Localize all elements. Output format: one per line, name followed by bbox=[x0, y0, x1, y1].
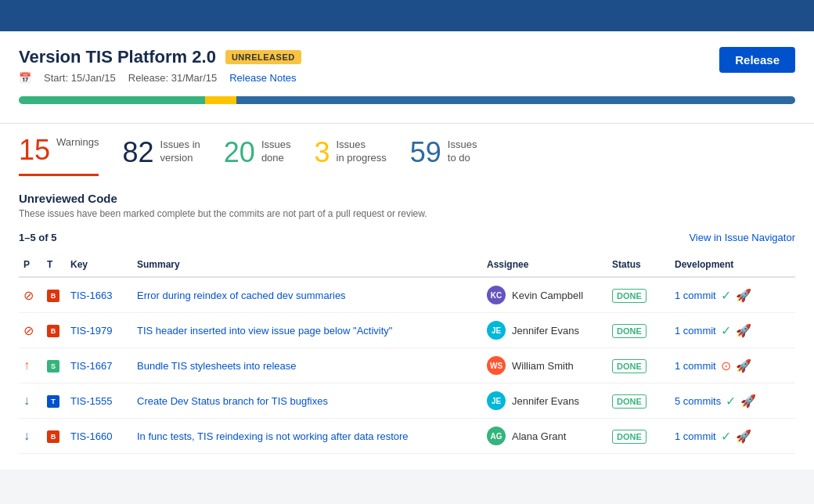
issue-key-link[interactable]: TIS-1979 bbox=[70, 325, 112, 337]
progress-green bbox=[19, 96, 205, 104]
progress-blue bbox=[236, 96, 795, 104]
priority-cell: ↓ bbox=[19, 419, 42, 454]
summary-link[interactable]: Create Dev Status branch for TIS bugfixe… bbox=[137, 395, 328, 407]
dev-cell: 1 commit ✓ 🚀 bbox=[670, 313, 795, 348]
summary-cell: Error during reindex of cached dev summa… bbox=[132, 277, 482, 313]
status-cell: DONE bbox=[607, 419, 670, 454]
top-bar bbox=[0, 0, 814, 31]
status-cell: DONE bbox=[607, 383, 670, 419]
commit-link[interactable]: 5 commits bbox=[675, 395, 721, 407]
type-icon: B bbox=[47, 325, 59, 337]
assignee-cell: WS William Smith bbox=[482, 348, 607, 383]
type-icon: T bbox=[47, 395, 59, 408]
issue-key-link[interactable]: TIS-1667 bbox=[70, 360, 112, 372]
check-circle-icon: ✓ bbox=[721, 323, 731, 338]
assignee-name: William Smith bbox=[512, 360, 574, 372]
deploy-icon: 🚀 bbox=[740, 394, 756, 409]
key-cell: TIS-1660 bbox=[66, 419, 132, 454]
type-cell: B bbox=[42, 313, 66, 348]
progress-bar bbox=[19, 96, 795, 104]
priority-cell: ⊘ bbox=[19, 313, 42, 348]
avatar: WS bbox=[487, 356, 506, 375]
check-circle-icon: ✓ bbox=[721, 288, 731, 303]
status-badge: DONE bbox=[612, 394, 647, 409]
issues-table: P T Key Summary Assignee Status Developm… bbox=[19, 253, 795, 454]
summary-link[interactable]: Error during reindex of cached dev summa… bbox=[137, 290, 346, 301]
assignee-name: Alana Grant bbox=[512, 430, 566, 442]
type-cell: B bbox=[42, 419, 66, 454]
stat-label-issues-progress: Issuesin progress bbox=[337, 139, 387, 165]
priority-icon: ↓ bbox=[23, 429, 30, 442]
summary-link[interactable]: TIS header inserted into view issue page… bbox=[137, 325, 392, 337]
stat-issues-done[interactable]: 20 Issuesdone bbox=[224, 139, 291, 176]
col-header-summary: Summary bbox=[132, 253, 482, 277]
content-area: Unreviewed Code These issues have been m… bbox=[0, 176, 814, 470]
progress-yellow bbox=[205, 96, 236, 104]
summary-link[interactable]: Bundle TIS stylesheets into release bbox=[137, 360, 297, 372]
priority-cell: ↑ bbox=[19, 348, 42, 383]
type-icon: S bbox=[47, 360, 59, 373]
type-icon: B bbox=[47, 430, 59, 443]
status-badge: DONE bbox=[612, 289, 647, 303]
assignee-cell: AG Alana Grant bbox=[482, 419, 607, 454]
dev-cell: 1 commit ✓ 🚀 bbox=[670, 419, 795, 454]
check-circle-icon: ✓ bbox=[726, 394, 736, 409]
issue-key-link[interactable]: TIS-1555 bbox=[70, 395, 112, 407]
stat-warnings[interactable]: 15 Warnings bbox=[19, 136, 99, 176]
commit-link[interactable]: 1 commit bbox=[675, 290, 716, 301]
avatar: AG bbox=[487, 427, 506, 445]
priority-icon: ⊘ bbox=[23, 324, 34, 337]
type-cell: S bbox=[42, 348, 66, 383]
stat-label-warnings: Warnings bbox=[56, 136, 99, 149]
summary-link[interactable]: In func tests, TIS reindexing is not wor… bbox=[137, 430, 409, 442]
view-navigator-link[interactable]: View in Issue Navigator bbox=[689, 232, 795, 243]
type-cell: T bbox=[42, 383, 66, 419]
type-cell: B bbox=[42, 277, 66, 313]
main-container: Version TIS Platform 2.0 UNRELEASED 📅 St… bbox=[0, 31, 814, 124]
release-button[interactable]: Release bbox=[719, 47, 795, 73]
stat-label-issues-todo: Issuesto do bbox=[448, 139, 477, 165]
stat-number-issues-progress: 3 bbox=[314, 139, 330, 167]
deploy-icon: 🚀 bbox=[736, 288, 751, 303]
count-label: 1–5 of 5 bbox=[19, 232, 56, 243]
avatar: KC bbox=[487, 286, 506, 304]
col-header-dev: Development bbox=[670, 253, 795, 277]
assignee-name: Kevin Campbell bbox=[512, 290, 583, 301]
status-cell: DONE bbox=[607, 277, 670, 313]
summary-cell: In func tests, TIS reindexing is not wor… bbox=[132, 419, 482, 454]
commit-link[interactable]: 1 commit bbox=[675, 325, 716, 337]
priority-cell: ⊘ bbox=[19, 277, 42, 313]
deploy-icon: 🚀 bbox=[736, 323, 751, 338]
avatar: JE bbox=[487, 321, 506, 340]
section-desc: These issues have been marked complete b… bbox=[19, 208, 795, 219]
deploy-icon: 🚀 bbox=[736, 358, 751, 373]
stats-wrapper: 15 Warnings 82 Issues inversion 20 Issue… bbox=[0, 124, 814, 176]
dev-cell: 5 commits ✓ 🚀 bbox=[670, 383, 795, 419]
calendar-icon: 📅 bbox=[19, 72, 31, 84]
stat-number-warnings: 15 bbox=[19, 136, 50, 164]
dev-cell: 1 commit ✓ 🚀 bbox=[670, 277, 795, 313]
table-row: ↓ T TIS-1555 Create Dev Status branch fo… bbox=[19, 383, 795, 419]
key-cell: TIS-1555 bbox=[66, 383, 132, 419]
version-title: Version TIS Platform 2.0 bbox=[19, 47, 216, 67]
col-header-assignee: Assignee bbox=[482, 253, 607, 277]
key-cell: TIS-1663 bbox=[66, 277, 132, 313]
issue-key-link[interactable]: TIS-1663 bbox=[70, 290, 112, 301]
commit-link[interactable]: 1 commit bbox=[675, 430, 716, 442]
stat-issues-todo[interactable]: 59 Issuesto do bbox=[410, 139, 477, 176]
stat-label-issues-done: Issuesdone bbox=[261, 139, 291, 165]
summary-cell: TIS header inserted into view issue page… bbox=[132, 313, 482, 348]
status-badge: DONE bbox=[612, 430, 647, 444]
priority-cell: ↓ bbox=[19, 383, 42, 419]
key-cell: TIS-1667 bbox=[66, 348, 132, 383]
stat-issues-version[interactable]: 82 Issues inversion bbox=[122, 139, 200, 176]
commit-link[interactable]: 1 commit bbox=[675, 360, 716, 372]
release-notes-link[interactable]: Release Notes bbox=[229, 72, 296, 84]
deploy-icon: 🚀 bbox=[736, 429, 751, 444]
issue-key-link[interactable]: TIS-1660 bbox=[70, 430, 112, 442]
col-header-key: Key bbox=[66, 253, 132, 277]
stat-issues-progress[interactable]: 3 Issuesin progress bbox=[314, 139, 386, 176]
priority-icon: ↓ bbox=[23, 394, 30, 407]
col-header-p: P bbox=[19, 253, 42, 277]
check-circle-icon: ✓ bbox=[721, 429, 731, 444]
